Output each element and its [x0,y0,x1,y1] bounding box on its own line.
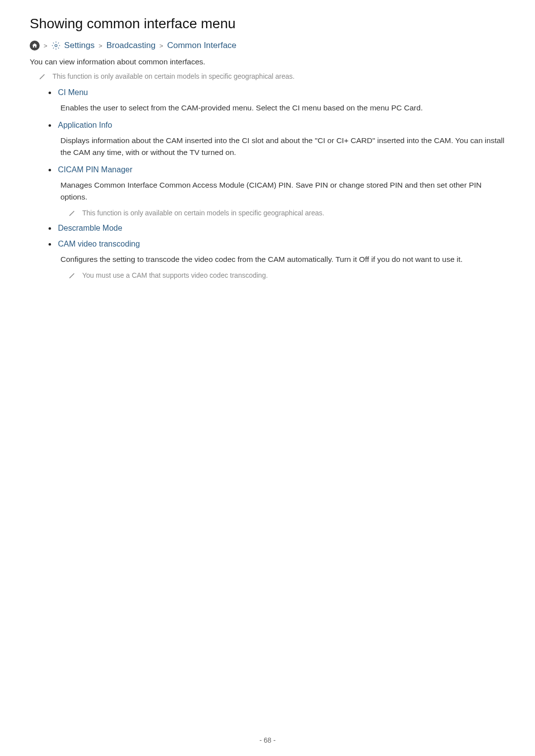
item-desc: Manages Common Interface Common Access M… [60,179,505,203]
item-desc: Enables the user to select from the CAM-… [60,102,505,114]
note-icon [68,272,75,279]
bullet-icon [49,243,51,246]
note-icon [39,73,46,80]
svg-point-0 [54,45,57,47]
list-item: CICAM PIN Manager Manages Common Interfa… [49,165,505,217]
breadcrumb-settings[interactable]: Settings [64,41,95,50]
item-cam-video-transcoding[interactable]: CAM video transcoding [58,240,140,249]
breadcrumb-common-interface[interactable]: Common Interface [167,41,236,50]
bullet-icon [49,169,51,171]
list-item: Descramble Mode [49,224,505,233]
note-icon [68,210,75,217]
list-item: CAM video transcoding Configures the set… [49,240,505,279]
item-ci-menu[interactable]: CI Menu [58,88,88,97]
breadcrumb: > Settings > Broadcasting > Common Inter… [30,41,505,50]
page-number: - 68 - [0,736,535,744]
note-text: This function is only available on certa… [82,209,324,217]
note-text: This function is only available on certa… [53,72,295,80]
chevron-icon: > [44,42,48,50]
chevron-icon: > [99,42,103,50]
item-descramble-mode[interactable]: Descramble Mode [58,224,122,233]
bullet-icon [49,227,51,230]
page-heading: Showing common interface menu [30,16,505,32]
item-application-info[interactable]: Application Info [58,121,112,130]
item-cicam-pin-manager[interactable]: CICAM PIN Manager [58,165,132,174]
home-icon[interactable] [30,41,40,50]
gear-icon[interactable] [52,41,60,50]
note-text: You must use a CAM that supports video c… [82,271,268,279]
breadcrumb-broadcasting[interactable]: Broadcasting [107,41,156,50]
item-desc: Configures the setting to transcode the … [60,253,505,265]
bullet-icon [49,92,51,94]
list-item: CI Menu Enables the user to select from … [49,88,505,114]
bullet-icon [49,124,51,127]
item-desc: Displays information about the CAM inser… [60,135,505,158]
availability-note: This function is only available on certa… [68,209,505,217]
availability-note: This function is only available on certa… [39,72,505,80]
cam-support-note: You must use a CAM that supports video c… [68,271,505,279]
intro-text: You can view information about common in… [30,57,505,66]
list-item: Application Info Displays information ab… [49,121,505,158]
chevron-icon: > [160,42,163,50]
